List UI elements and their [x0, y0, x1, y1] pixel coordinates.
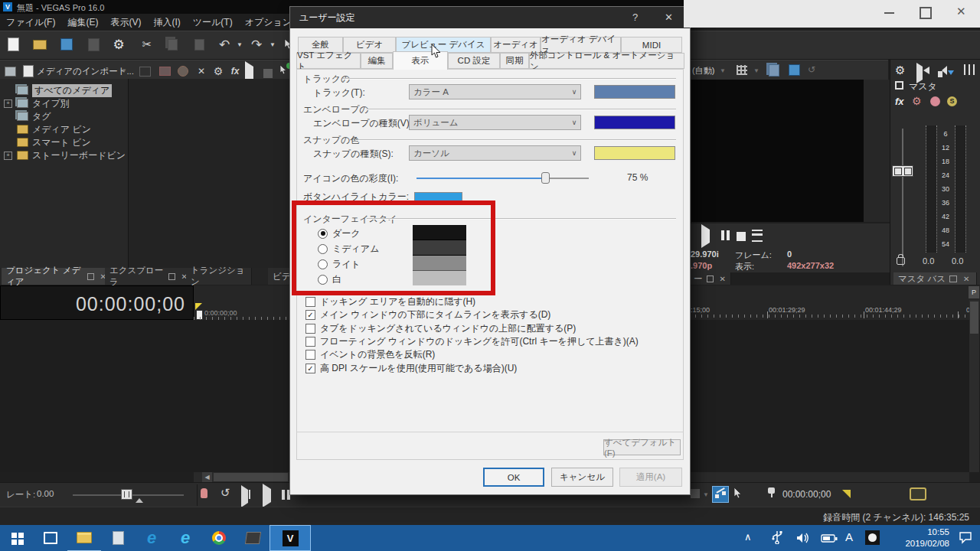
checkbox-high-dpi[interactable]: ✓ 高 DPI スケールを使用(使用可能である場合)(U)	[305, 361, 639, 374]
expand-plus-icon[interactable]: +	[4, 99, 12, 108]
close-icon[interactable]: ✕	[956, 5, 966, 18]
tab-master-bus[interactable]: マスタ バス ✕	[893, 272, 977, 285]
properties-gear-icon[interactable]: ⚙	[110, 36, 127, 53]
tree-item-storyboard-bin[interactable]: + ストーリーボードビン	[4, 149, 126, 161]
redo-icon[interactable]: ↷	[248, 36, 265, 53]
checkbox-icon[interactable]	[305, 337, 315, 347]
selection-tool-icon[interactable]	[733, 487, 743, 504]
render-icon[interactable]	[85, 36, 102, 53]
bus-square-icon[interactable]	[895, 81, 903, 90]
import-media-icon[interactable]	[20, 63, 37, 80]
hscroll-left[interactable]: ◀	[194, 472, 289, 482]
file-explorer-button[interactable]	[67, 524, 101, 551]
bus-properties-gear-icon[interactable]: ⚙	[895, 64, 905, 77]
rate-reset-icon[interactable]	[136, 498, 143, 503]
timeline-cursor-flag-icon[interactable]	[195, 303, 202, 310]
tree-item-by-type[interactable]: + タイプ別	[4, 97, 70, 109]
solo-state-icon[interactable]: S	[947, 96, 957, 106]
tab-transitions[interactable]: トランジション	[186, 268, 252, 285]
tab-close-icon[interactable]: ✕	[720, 275, 726, 283]
tool-dropdown-icon[interactable]: ▼	[703, 491, 709, 498]
scrollbar-thumb[interactable]	[970, 302, 978, 334]
apply-button[interactable]: 適用(A)	[619, 468, 682, 487]
import-media-label[interactable]: メディアのインポート...	[37, 66, 134, 77]
edge-button[interactable]: e	[135, 525, 168, 551]
master-fader-thumb[interactable]	[892, 165, 913, 177]
media-app-button[interactable]	[236, 525, 270, 551]
track-color-swatch[interactable]	[594, 85, 675, 99]
ok-button[interactable]: OK	[483, 468, 544, 487]
checkbox-icon[interactable]	[305, 297, 315, 307]
edit-tool-fragment-icon[interactable]	[691, 489, 700, 500]
timeline-ruler-left[interactable]: 0:00:00;00	[194, 285, 289, 320]
internet-explorer-button[interactable]: e	[168, 525, 202, 551]
checkbox-checked-icon[interactable]: ✓	[305, 364, 315, 373]
play-icon[interactable]	[263, 489, 271, 503]
scrollbar-thumb[interactable]	[214, 473, 288, 481]
mute-state-icon[interactable]	[930, 96, 940, 106]
preview-stop-icon[interactable]	[737, 230, 746, 244]
dlg-tab-sync[interactable]: 同期	[500, 53, 529, 69]
save-icon[interactable]	[58, 36, 75, 53]
tree-label[interactable]: タイプ別	[32, 97, 70, 110]
envelope-type-select[interactable]: ボリューム ∨	[409, 115, 581, 130]
undo-icon[interactable]: ↶	[216, 36, 233, 53]
preview-play-icon[interactable]	[701, 230, 710, 243]
media-fx-icon[interactable]: fx	[227, 63, 243, 80]
mixer-console-icon[interactable]	[964, 64, 975, 75]
menu-view[interactable]: 表示(V)	[104, 16, 147, 29]
get-media-web-icon[interactable]	[175, 63, 191, 80]
yellow-corner-icon[interactable]	[842, 490, 851, 498]
usb-tray-icon[interactable]	[772, 530, 782, 547]
timeline-ruler-right[interactable]: :15;00 00:01:29;29 00:01:44;29 00:	[689, 285, 980, 320]
remove-media-icon[interactable]: ✕	[193, 63, 210, 80]
lock-icon[interactable]	[897, 257, 905, 265]
preview-thumb-icon[interactable]	[136, 63, 153, 80]
save-snapshot-icon[interactable]	[789, 64, 800, 76]
preview-menu-icon[interactable]	[752, 230, 763, 242]
notification-center-icon[interactable]	[959, 531, 972, 547]
preview-quality-label[interactable]: (自動)	[692, 65, 714, 77]
cancel-button[interactable]: キャンセル	[551, 468, 613, 487]
notepad-button[interactable]	[101, 525, 135, 551]
saturation-slider-thumb[interactable]	[541, 172, 550, 184]
paste-icon[interactable]	[191, 36, 207, 53]
ime-mode-indicator[interactable]: A	[845, 530, 853, 543]
battery-tray-icon[interactable]	[821, 533, 838, 546]
auto-ripple-icon[interactable]	[910, 487, 926, 500]
tab-preview-partial[interactable]: ー ✕	[689, 272, 731, 285]
loop-playback-icon[interactable]: ↺	[220, 486, 230, 500]
marker-pin-icon[interactable]	[768, 487, 775, 497]
task-view-button[interactable]	[34, 525, 67, 551]
envelope-color-swatch[interactable]	[594, 116, 675, 129]
record-mic-icon[interactable]	[201, 488, 207, 498]
capture-video-icon[interactable]	[156, 63, 173, 80]
hscroll-right[interactable]	[689, 472, 969, 482]
dialog-close-icon[interactable]: ✕	[665, 11, 673, 23]
downmix-icon[interactable]	[916, 67, 923, 80]
media-properties-gear-icon[interactable]: ⚙	[210, 63, 227, 80]
checkbox-timeline-bottom[interactable]: ✓ メイン ウィンドウの下部にタイムラインを表示する(D)	[305, 308, 639, 321]
checkbox-invert-bg[interactable]: イベントの背景色を反転(R)	[305, 348, 639, 361]
snap-type-select[interactable]: カーソル ∨	[409, 145, 581, 161]
volume-tray-icon[interactable]	[796, 532, 810, 547]
undo-dropdown-icon[interactable]: ▼	[231, 36, 248, 53]
checkbox-tabs-top[interactable]: タブをドッキングされているウィンドウの上部に配置する(P)	[305, 322, 639, 335]
menu-file[interactable]: ファイル(F)	[0, 16, 61, 29]
vegas-taskbar-button[interactable]: V	[270, 525, 311, 551]
cut-icon[interactable]: ✂	[139, 36, 155, 53]
tree-label[interactable]: スマート ビン	[32, 136, 91, 149]
automation-gear-icon[interactable]: ⚙	[912, 95, 922, 107]
preview-pause-icon[interactable]	[720, 230, 730, 243]
tree-item-tags[interactable]: タグ	[15, 110, 51, 122]
master-fader-track[interactable]	[902, 129, 903, 266]
tray-expand-icon[interactable]: ∧	[744, 531, 752, 543]
quality-dropdown-icon[interactable]: ▼	[720, 67, 726, 74]
video-preview[interactable]	[691, 80, 864, 222]
tree-item-smart-bin[interactable]: スマート ビン	[15, 136, 91, 148]
tree-label[interactable]: タグ	[32, 110, 51, 123]
clock[interactable]: 10:55 2019/02/08	[894, 527, 949, 549]
tab-close-icon[interactable]: ✕	[963, 275, 969, 283]
bus-name[interactable]: マスタ	[909, 80, 937, 93]
expand-plus-icon[interactable]: +	[4, 152, 12, 160]
